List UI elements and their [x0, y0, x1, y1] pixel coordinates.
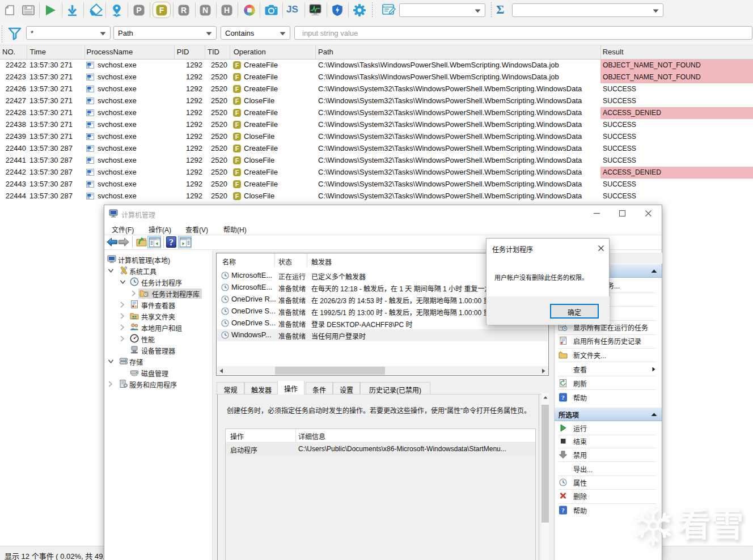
svg-text:F: F [235, 145, 239, 152]
svg-text:P: P [136, 6, 141, 15]
svg-text:F: F [235, 86, 239, 92]
svg-text:?: ? [169, 237, 174, 247]
svg-text:R: R [181, 6, 187, 15]
svg-text:F: F [235, 109, 239, 116]
svg-text:N: N [202, 6, 208, 15]
svg-text:F: F [235, 74, 239, 80]
svg-text:F: F [235, 133, 239, 140]
svg-text:?: ? [561, 394, 565, 401]
svg-text:F: F [235, 62, 239, 69]
svg-text:F: F [235, 97, 239, 104]
svg-text:F: F [235, 157, 239, 164]
svg-text:F: F [235, 193, 239, 200]
svg-text:F: F [235, 169, 239, 176]
svg-text:F: F [159, 6, 164, 15]
svg-text:?: ? [561, 507, 565, 514]
svg-text:F: F [235, 121, 239, 128]
svg-text:F: F [235, 181, 239, 188]
svg-text:H: H [224, 6, 230, 15]
